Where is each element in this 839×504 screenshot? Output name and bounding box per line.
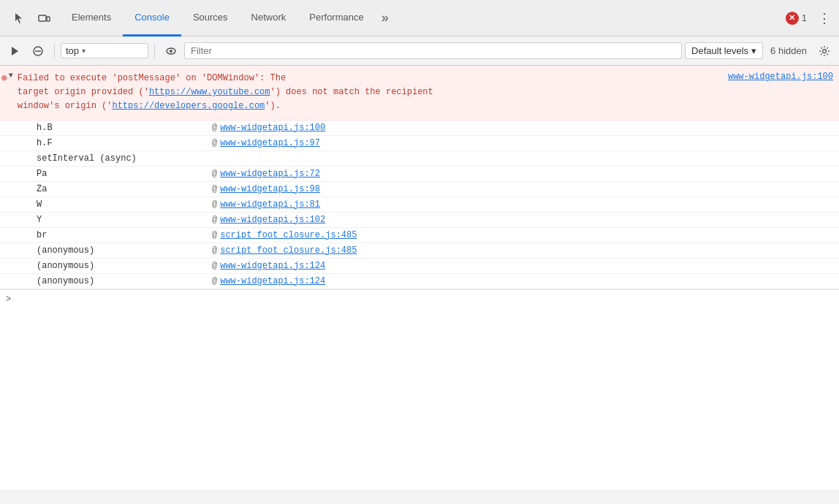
- stack-link-1[interactable]: www-widgetapi.js:97: [220, 138, 320, 148]
- stack-row: (anonymous) @ www-widgetapi.js:124: [0, 259, 839, 274]
- stack-at: @: [212, 245, 217, 256]
- stack-at: @: [212, 138, 217, 148]
- context-value: top: [66, 45, 79, 56]
- error-entry: ⊗ ▼ Failed to execute 'postMessage' on '…: [0, 66, 839, 121]
- error-circle: ✕: [786, 12, 799, 25]
- tab-network[interactable]: Network: [240, 0, 298, 37]
- stack-row: Za @ www-widgetapi.js:98: [0, 182, 839, 197]
- toolbar-divider-1: [54, 44, 55, 58]
- svg-rect-1: [47, 17, 50, 21]
- tab-performance[interactable]: Performance: [297, 0, 375, 37]
- levels-arrow-icon: ▾: [751, 45, 756, 56]
- tab-elements[interactable]: Elements: [60, 0, 123, 37]
- stack-row: W @ www-widgetapi.js:81: [0, 197, 839, 213]
- stack-fn: W: [37, 199, 212, 210]
- stack-at: @: [212, 276, 217, 286]
- levels-dropdown[interactable]: Default levels ▾: [685, 42, 763, 59]
- error-x: ✕: [789, 13, 795, 23]
- stack-frames: h.B @ www-widgetapi.js:100 h.F @ www-wid…: [0, 121, 839, 289]
- devtools-menu-btn[interactable]: ⋮: [813, 7, 836, 30]
- context-arrow-icon: ▾: [82, 47, 86, 55]
- svg-marker-2: [12, 47, 18, 56]
- stack-fn: (anonymous): [37, 276, 212, 286]
- device-toggle-btn[interactable]: [34, 8, 54, 28]
- prompt-symbol: >: [6, 294, 11, 305]
- console-output: ⊗ ▼ Failed to execute 'postMessage' on '…: [0, 66, 839, 489]
- google-link[interactable]: https://developers.google.com: [112, 101, 265, 111]
- stack-fn: (anonymous): [37, 245, 212, 256]
- stack-link-6[interactable]: www-widgetapi.js:102: [220, 215, 325, 225]
- tab-console[interactable]: Console: [123, 0, 181, 37]
- tab-bar-left-icons: [3, 8, 60, 28]
- console-toolbar: top ▾ Default levels ▾ 6 hidden: [0, 37, 839, 66]
- hidden-count: 6 hidden: [766, 45, 811, 56]
- stack-link-8[interactable]: script_foot_closure.js:485: [220, 245, 357, 256]
- error-icon: ⊗: [1, 72, 7, 84]
- stack-fn: (anonymous): [37, 261, 212, 271]
- stack-row: h.F @ www-widgetapi.js:97: [0, 136, 839, 151]
- more-tabs-btn[interactable]: »: [376, 0, 395, 37]
- tab-bar: Elements Console Sources Network Perform…: [0, 0, 839, 37]
- stack-fn: Pa: [37, 169, 212, 179]
- error-expand-area: ⊗ ▼: [0, 69, 18, 87]
- stack-link-7[interactable]: script_foot_closure.js:485: [220, 230, 357, 240]
- stack-at: @: [212, 261, 217, 271]
- stack-at: @: [212, 230, 217, 240]
- stack-link-0[interactable]: www-widgetapi.js:100: [220, 123, 325, 133]
- filter-input[interactable]: [184, 42, 682, 59]
- menu-dots-icon: ⋮: [818, 10, 831, 26]
- toolbar-divider-2: [154, 44, 155, 58]
- stack-row: (anonymous) @ script_foot_closure.js:485: [0, 243, 839, 259]
- stack-row: setInterval (async): [0, 151, 839, 167]
- stack-fn: h.B: [37, 123, 212, 133]
- error-message: Failed to execute 'postMessage' on 'DOMW…: [18, 69, 722, 117]
- console-settings-btn[interactable]: [814, 41, 835, 61]
- error-source-link[interactable]: www-widgetapi.js:100: [722, 69, 839, 85]
- stack-row: Y @ www-widgetapi.js:102: [0, 213, 839, 228]
- stack-at: @: [212, 123, 217, 133]
- stack-row: (anonymous) @ www-widgetapi.js:124: [0, 274, 839, 289]
- stack-at: @: [212, 184, 217, 194]
- stack-fn: br: [37, 230, 212, 240]
- svg-point-7: [823, 49, 827, 53]
- stack-at: @: [212, 169, 217, 179]
- stack-row: Pa @ www-widgetapi.js:72: [0, 167, 839, 182]
- stack-fn: setInterval (async): [37, 153, 212, 164]
- stack-link-4[interactable]: www-widgetapi.js:98: [220, 184, 320, 194]
- youtube-link[interactable]: https://www.youtube.com: [149, 87, 270, 97]
- levels-label: Default levels: [691, 45, 748, 56]
- stack-link-3[interactable]: www-widgetapi.js:72: [220, 169, 320, 179]
- stack-fn: Za: [37, 184, 212, 194]
- execute-btn[interactable]: [4, 41, 25, 61]
- stack-link-10[interactable]: www-widgetapi.js:124: [220, 276, 325, 286]
- stack-fn: h.F: [37, 138, 212, 148]
- cursor-icon-btn[interactable]: [9, 8, 29, 28]
- stack-link-9[interactable]: www-widgetapi.js:124: [220, 261, 325, 271]
- context-selector[interactable]: top ▾: [61, 43, 148, 58]
- clear-console-btn[interactable]: [28, 41, 48, 61]
- svg-point-6: [170, 50, 172, 53]
- console-prompt[interactable]: >: [0, 289, 839, 309]
- error-count: 1: [802, 12, 807, 23]
- error-badge[interactable]: ✕ 1: [780, 10, 813, 26]
- stack-link-5[interactable]: www-widgetapi.js:81: [220, 199, 320, 210]
- stack-row: h.B @ www-widgetapi.js:100: [0, 121, 839, 136]
- tab-sources[interactable]: Sources: [181, 0, 240, 37]
- stack-row: br @ script_foot_closure.js:485: [0, 228, 839, 243]
- svg-rect-0: [39, 15, 46, 21]
- stack-fn: Y: [37, 215, 212, 225]
- stack-at: @: [212, 215, 217, 225]
- eye-btn[interactable]: [161, 41, 181, 61]
- stack-at: @: [212, 199, 217, 210]
- expand-arrow[interactable]: ▼: [9, 72, 13, 80]
